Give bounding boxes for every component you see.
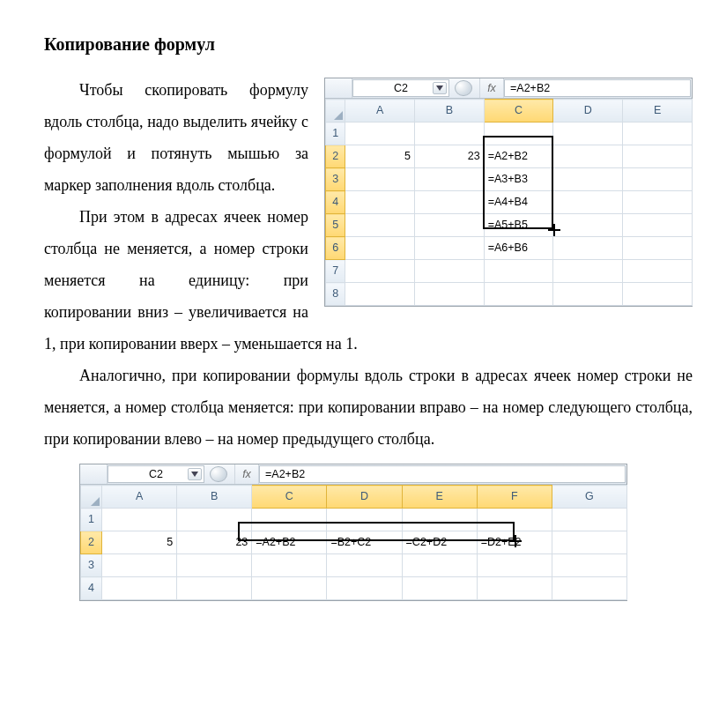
cell-G3[interactable] (552, 554, 626, 577)
col-header-E[interactable]: E (402, 486, 477, 509)
cell-B6[interactable] (414, 237, 484, 260)
row-header-1[interactable]: 1 (326, 123, 345, 145)
section-title: Копирование формул (44, 26, 693, 62)
cell-D4[interactable] (553, 191, 623, 214)
cell-E2[interactable] (623, 145, 693, 168)
cell-B5[interactable] (414, 214, 484, 237)
cell-D1[interactable] (327, 509, 402, 531)
row-header-5[interactable]: 5 (326, 214, 345, 237)
cell-D3[interactable] (553, 168, 623, 191)
cell-C7[interactable] (484, 260, 553, 283)
row-header-8[interactable]: 8 (326, 283, 345, 306)
cell-A3[interactable] (102, 554, 177, 577)
cell-C1[interactable] (252, 509, 327, 531)
cancel-enter-orb (204, 464, 234, 484)
cell-D7[interactable] (553, 260, 623, 283)
row-header-4[interactable]: 4 (81, 577, 102, 600)
cell-A1[interactable] (345, 123, 415, 145)
row-header-2[interactable]: 2 (326, 145, 345, 168)
svg-marker-0 (436, 85, 443, 91)
col-header-A[interactable]: A (102, 486, 177, 509)
col-header-C[interactable]: C (484, 100, 553, 123)
cell-E3[interactable] (402, 554, 477, 577)
cell-A7[interactable] (345, 260, 415, 283)
row-header-2[interactable]: 2 (81, 531, 102, 554)
cell-E7[interactable] (623, 260, 693, 283)
cell-F3[interactable] (477, 554, 552, 577)
cell-C2[interactable]: =A2+B2 (252, 531, 327, 554)
cell-C6[interactable]: =A6+B6 (484, 237, 553, 260)
row-header-3[interactable]: 3 (81, 554, 102, 577)
fx-icon[interactable]: fx (479, 78, 504, 98)
cell-B2[interactable]: 23 (177, 531, 252, 554)
cell-E1[interactable] (402, 509, 477, 531)
cell-B3[interactable] (177, 554, 252, 577)
cell-D3[interactable] (327, 554, 402, 577)
cell-C3[interactable] (252, 554, 327, 577)
cell-A5[interactable] (345, 214, 415, 237)
col-header-D[interactable]: D (553, 100, 623, 123)
cell-C1[interactable] (484, 123, 553, 145)
col-header-A[interactable]: A (345, 100, 415, 123)
row-header-6[interactable]: 6 (326, 237, 345, 260)
cell-A4[interactable] (345, 191, 415, 214)
cell-D6[interactable] (553, 237, 623, 260)
row-header-3[interactable]: 3 (326, 168, 345, 191)
cell-A6[interactable] (345, 237, 415, 260)
cell-B2[interactable]: 23 (414, 145, 484, 168)
cancel-enter-orb (449, 78, 479, 98)
cell-E2[interactable]: =C2+D2 (402, 531, 477, 554)
formula-bar-value: =A2+B2 (265, 464, 305, 486)
cell-B4[interactable] (414, 191, 484, 214)
cell-E3[interactable] (623, 168, 693, 191)
cell-F1[interactable] (477, 509, 552, 531)
cell-D1[interactable] (553, 123, 623, 145)
row-header-1[interactable]: 1 (81, 509, 102, 531)
cell-A1[interactable] (102, 509, 177, 531)
cell-C5[interactable]: =A5+B5 (484, 214, 553, 237)
fx-icon[interactable]: fx (234, 464, 259, 484)
cell-E5[interactable] (623, 214, 693, 237)
cell-E6[interactable] (623, 237, 693, 260)
cell-A2[interactable]: 5 (102, 531, 177, 554)
cell-C4[interactable]: =A4+B4 (484, 191, 553, 214)
cell-B1[interactable] (414, 123, 484, 145)
col-header-C[interactable]: C (252, 486, 327, 509)
cell-D2[interactable]: =B2+C2 (327, 531, 402, 554)
select-all-corner[interactable] (326, 100, 345, 123)
cell-E1[interactable] (623, 123, 693, 145)
cell-A2[interactable]: 5 (345, 145, 415, 168)
cell-C3[interactable]: =A3+B3 (484, 168, 553, 191)
name-box-value: C2 (149, 464, 163, 486)
name-box[interactable]: C2 (352, 79, 449, 97)
excel-horizontal-copy: C2 fx =A2+B2 A B C D E F (79, 464, 627, 601)
col-header-D[interactable]: D (327, 486, 402, 509)
select-all-corner[interactable] (81, 486, 102, 509)
col-header-B[interactable]: B (414, 100, 484, 123)
formula-bar[interactable]: =A2+B2 (259, 465, 626, 483)
row-header-7[interactable]: 7 (326, 260, 345, 283)
row-header-4[interactable]: 4 (326, 191, 345, 214)
cell-B1[interactable] (177, 509, 252, 531)
col-header-G[interactable]: G (552, 486, 626, 509)
cell-E4[interactable] (623, 191, 693, 214)
cell-B7[interactable] (414, 260, 484, 283)
name-box-dropdown-icon[interactable] (433, 82, 447, 94)
grid-vertical[interactable]: A B C D E 1 2 5 23 (325, 99, 693, 306)
col-header-E[interactable]: E (623, 100, 693, 123)
name-box[interactable]: C2 (107, 465, 204, 483)
name-box-dropdown-icon[interactable] (188, 468, 202, 480)
col-header-F[interactable]: F (477, 486, 552, 509)
cell-C2[interactable]: =A2+B2 (484, 145, 553, 168)
cell-D2[interactable] (553, 145, 623, 168)
cell-G2[interactable] (552, 531, 626, 554)
col-header-B[interactable]: B (177, 486, 252, 509)
cell-G1[interactable] (552, 509, 626, 531)
formula-bar[interactable]: =A2+B2 (504, 79, 691, 97)
grid-horizontal[interactable]: A B C D E F G 1 (80, 485, 627, 600)
fbar-spacer (80, 464, 107, 484)
cell-D5[interactable] (553, 214, 623, 237)
cell-A3[interactable] (345, 168, 415, 191)
cell-F2[interactable]: =D2+E2 (477, 531, 552, 554)
cell-B3[interactable] (414, 168, 484, 191)
